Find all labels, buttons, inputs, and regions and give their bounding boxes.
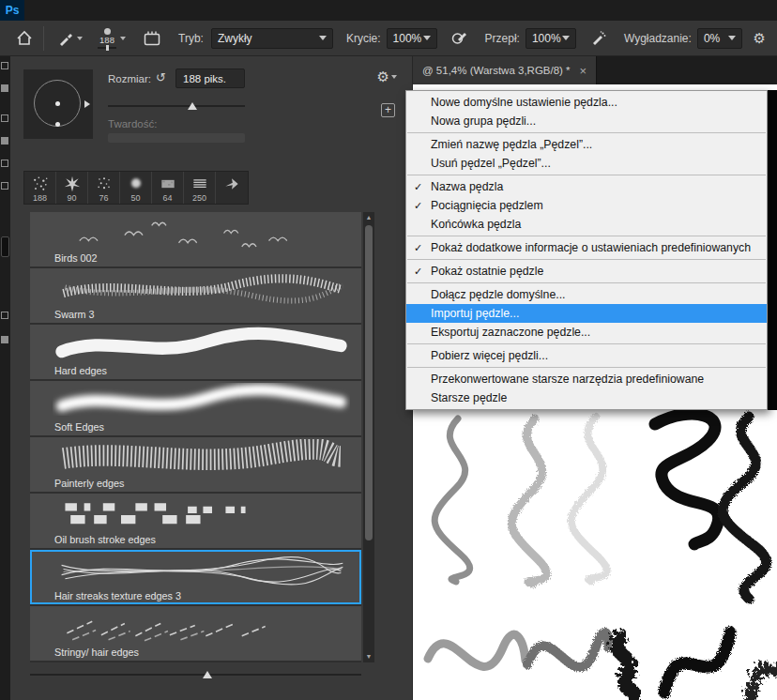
brush-list-item[interactable]: Swarm 3 <box>30 268 361 323</box>
size-value-field[interactable]: 188 piks. <box>175 68 245 88</box>
scrollbar-thumb[interactable] <box>365 225 373 540</box>
menu-item[interactable] <box>62 0 79 21</box>
brush-settings-panel-toggle-icon[interactable] <box>139 27 165 50</box>
smoothing-label: Wygładzanie: <box>624 32 692 45</box>
context-menu-item[interactable]: Pokaż dodatkowe informacje o ustawieniac… <box>406 238 767 257</box>
collapsed-panel-icon[interactable] <box>1 236 9 257</box>
tab-close-icon[interactable]: × <box>580 64 587 78</box>
smoothing-dropdown[interactable]: 0% <box>697 28 742 49</box>
brush-size-value: 188 <box>99 36 114 45</box>
pressure-opacity-icon[interactable] <box>447 27 472 49</box>
collapsed-panel-icon[interactable] <box>1 182 8 190</box>
menu-item[interactable] <box>96 0 113 21</box>
menu-item[interactable] <box>28 0 45 21</box>
brush-list-item[interactable]: Stringy/ hair edges <box>30 606 361 661</box>
scroll-up-icon[interactable] <box>363 212 374 223</box>
brush-preset-thumbnail <box>159 174 177 193</box>
slider-thumb[interactable] <box>188 102 197 110</box>
recent-brush-preset[interactable]: 64 <box>152 172 184 204</box>
brush-name: Oil brush stroke edges <box>54 534 156 545</box>
recent-brush-preset[interactable]: 188 <box>24 172 56 204</box>
menu-item[interactable] <box>180 0 197 21</box>
document-tab[interactable]: @ 51,4% (Warstwa 3,RGB/8) * × <box>413 56 597 84</box>
flow-dropdown[interactable]: 100% <box>526 28 576 49</box>
slider-thumb[interactable] <box>203 671 212 678</box>
opacity-value: 100% <box>393 32 422 45</box>
size-slider[interactable] <box>108 101 245 111</box>
context-menu-item[interactable]: Nowe domyślne ustawienie pędzla... <box>406 93 767 112</box>
reset-size-icon[interactable] <box>156 70 166 84</box>
collapsed-panel-icon[interactable] <box>1 137 8 145</box>
collapsed-panel-icon[interactable] <box>1 160 8 167</box>
brush-list-item[interactable]: Hair streaks texture edges 3 <box>30 550 361 604</box>
mode-dropdown[interactable]: Zwykły <box>211 28 333 49</box>
context-menu-item[interactable]: Nazwa pędzla <box>406 177 767 196</box>
menu-item[interactable] <box>45 0 62 21</box>
recent-brush-preset[interactable]: 50 <box>120 172 152 204</box>
context-menu-item[interactable]: Przekonwertowane starsze narzędzia prede… <box>406 370 767 388</box>
brush-stroke-preview <box>53 270 350 309</box>
recent-brush-preset[interactable]: 250 <box>184 172 216 204</box>
brush-list-item[interactable]: Hard edges <box>30 325 361 379</box>
panel-menu-gear-icon[interactable] <box>377 68 397 85</box>
context-menu-item-label: Dołącz pędzle domyślne... <box>431 288 566 301</box>
angle-handle-dot[interactable] <box>55 122 60 127</box>
recent-brush-preset[interactable] <box>216 172 248 204</box>
brush-preset-size: 188 <box>33 193 47 203</box>
context-menu-item[interactable]: Pobierz więcej pędzli... <box>406 346 767 365</box>
context-menu-item[interactable]: Importuj pędzle... <box>406 304 767 323</box>
context-menu-item[interactable]: Pociągnięcia pędzlem <box>406 196 767 215</box>
collapsed-panel-icon[interactable] <box>1 336 8 343</box>
menu-item[interactable] <box>79 0 96 21</box>
menu-item[interactable] <box>113 0 130 21</box>
brush-name: Soft Edges <box>54 421 104 433</box>
new-preset-icon[interactable]: + <box>381 103 395 117</box>
smoothing-options-gear-icon[interactable] <box>754 30 766 47</box>
context-menu-item[interactable]: Starsze pędzle <box>406 388 767 407</box>
brush-stroke-preview <box>53 552 350 590</box>
collapsed-panel-icon[interactable] <box>1 62 8 69</box>
panel-bottom-slider[interactable] <box>30 668 361 681</box>
menu-separator <box>407 175 766 175</box>
brush-name: Swarm 3 <box>54 309 95 320</box>
flow-label: Przepł: <box>485 32 520 45</box>
recent-brush-preset[interactable]: 90 <box>56 172 88 204</box>
photoshop-logo-icon[interactable]: Ps <box>0 0 24 21</box>
menu-item[interactable] <box>130 0 146 21</box>
toolbar-divider <box>43 26 44 51</box>
context-menu-item[interactable]: Końcówka pędzla <box>406 215 767 234</box>
collapsed-panel-icon[interactable] <box>1 114 8 122</box>
menu-separator <box>407 132 766 133</box>
home-icon[interactable] <box>15 29 34 48</box>
opacity-dropdown[interactable]: 100% <box>387 28 437 49</box>
angle-center-dot <box>55 101 60 106</box>
menu-item[interactable] <box>197 0 214 21</box>
smoothing-value: 0% <box>704 32 720 45</box>
collapsed-panel-icon[interactable] <box>1 84 8 92</box>
context-menu-item[interactable]: Zmień nazwę pędzla „Pędzel”... <box>406 135 767 154</box>
scroll-down-icon[interactable] <box>363 651 374 662</box>
collapsed-panel-icon[interactable] <box>1 312 8 319</box>
recent-brushes-row: 188 90 76 50 64 250 <box>23 171 249 205</box>
brush-tool-preset-button[interactable] <box>53 28 86 49</box>
context-menu-item[interactable]: Dołącz pędzle domyślne... <box>406 285 767 304</box>
brush-list-item[interactable]: Soft Edges <box>30 381 361 435</box>
document-tab-bar: @ 51,4% (Warstwa 3,RGB/8) * × <box>413 56 777 84</box>
context-menu-item[interactable]: Nowa grupa pędzli... <box>406 112 767 130</box>
menu-item[interactable] <box>146 0 163 21</box>
context-menu-item[interactable]: Eksportuj zaznaczone pędzle... <box>406 323 767 342</box>
brush-angle-control[interactable] <box>23 69 93 139</box>
menu-item[interactable] <box>163 0 180 21</box>
size-label: Rozmiar: <box>108 73 151 84</box>
context-menu-item[interactable]: Usuń pędzel „Pędzel”... <box>406 154 767 173</box>
brush-list-item[interactable]: Painterly edges <box>30 437 361 492</box>
angle-direction-arrow-icon <box>84 100 90 108</box>
context-menu-item[interactable]: Pokaż ostatnie pędzle <box>406 262 767 281</box>
brush-list-scrollbar[interactable] <box>363 212 374 662</box>
brush-list-item[interactable]: Birds 002 <box>30 212 361 266</box>
airbrush-icon[interactable] <box>586 27 611 49</box>
recent-brush-preset[interactable]: 76 <box>88 172 120 204</box>
brush-list-item[interactable]: Oil brush stroke edges <box>30 494 361 548</box>
chevron-down-icon <box>120 37 126 40</box>
brush-size-picker[interactable]: 188 <box>94 27 130 50</box>
